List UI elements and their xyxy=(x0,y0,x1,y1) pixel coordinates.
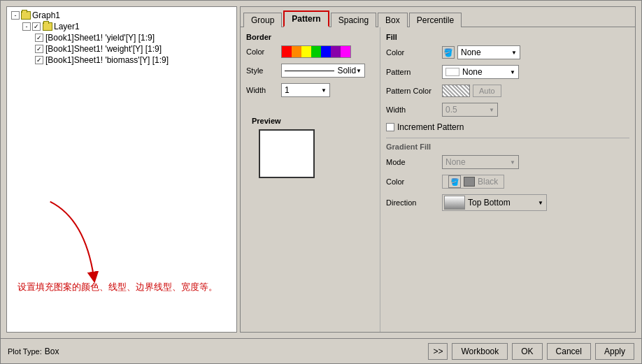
fill-color-select[interactable]: None ▼ xyxy=(457,45,520,59)
tabs-row: Group Pattern Spacing Box Percentile xyxy=(241,7,635,27)
tab-percentile[interactable]: Percentile xyxy=(409,13,462,27)
gradient-paint-icon: 🪣 xyxy=(448,175,461,188)
fill-color-label: Color xyxy=(386,48,442,57)
fill-color-control: 🪣 None ▼ xyxy=(442,45,520,59)
fill-pattern-arrow: ▼ xyxy=(510,69,515,75)
right-panel: Group Pattern Spacing Box Percentile xyxy=(240,6,636,333)
tab-content-pattern: Border Color xyxy=(241,27,635,332)
fill-color-arrow: ▼ xyxy=(511,50,517,56)
fill-width-arrow: ▼ xyxy=(489,107,494,113)
content-area: - Graph1 - Layer1 [Book1]Sheet1! 'yield'… xyxy=(1,1,641,338)
weight-label: [Book1]Sheet1! 'weight'[Y] [1:9] xyxy=(45,44,162,54)
yield-label: [Book1]Sheet1! 'yield'[Y] [1:9] xyxy=(45,33,155,43)
fill-pattern-select[interactable]: None ▼ xyxy=(442,65,519,79)
fill-pattern-control: None ▼ xyxy=(442,65,519,79)
tree-item-weight[interactable]: [Book1]Sheet1! 'weight'[Y] [1:9] xyxy=(35,43,234,54)
annotation-container: 设置填充图案的颜色、线型、边界线型、宽度等。 xyxy=(17,281,217,293)
gradient-direction-label: Direction xyxy=(386,198,442,207)
border-width-value: 1 xyxy=(285,85,290,95)
fill-width-label: Width xyxy=(386,105,442,114)
apply-button[interactable]: Apply xyxy=(595,343,634,360)
border-title: Border xyxy=(246,33,374,41)
gradient-direction-preview xyxy=(444,196,465,210)
border-style-value: Solid xyxy=(337,66,356,75)
plot-type-label: Plot Type: xyxy=(8,347,42,356)
gradient-color-label: Color xyxy=(386,177,442,186)
fill-width-row: Width 0.5 ▼ xyxy=(386,103,629,117)
layer1-checkbox[interactable] xyxy=(32,22,41,31)
gradient-color-row: Color 🪣 Black xyxy=(386,175,629,189)
tree-item-yield[interactable]: [Book1]Sheet1! 'yield'[Y] [1:9] xyxy=(35,32,234,43)
tree-root[interactable]: - Graph1 xyxy=(11,10,234,21)
border-width-label: Width xyxy=(246,86,281,94)
graph1-label: Graph1 xyxy=(32,10,60,20)
gradient-color-swatch xyxy=(464,177,475,187)
pattern-color-swatch xyxy=(442,85,470,97)
fill-color-value: None xyxy=(461,48,481,57)
biomass-label: [Book1]Sheet1! 'biomass'[Y] [1:9] xyxy=(45,55,169,65)
border-section: Border Color xyxy=(241,27,380,332)
graph1-folder-icon xyxy=(21,11,31,20)
border-width-row: Width 1 ▼ xyxy=(246,83,374,97)
bottom-bar: Plot Type: Box >> Workbook OK Cancel App… xyxy=(1,338,641,363)
gradient-direction-arrow: ▼ xyxy=(538,200,543,206)
gradient-mode-value: None xyxy=(445,157,466,167)
preview-section: Preview xyxy=(246,111,374,184)
workbook-button[interactable]: Workbook xyxy=(452,343,508,360)
gradient-direction-select[interactable]: Top Bottom ▼ xyxy=(442,194,547,211)
fill-width-select[interactable]: 0.5 ▼ xyxy=(442,103,498,117)
annotation-arrow xyxy=(38,197,108,288)
fill-color-row: Color 🪣 None ▼ xyxy=(386,45,629,59)
expand-layer1-icon[interactable]: - xyxy=(22,22,31,31)
border-color-row: Color xyxy=(246,45,374,58)
fill-section: Fill Color 🪣 None ▼ xyxy=(380,27,635,332)
yield-checkbox[interactable] xyxy=(35,34,43,42)
gradient-direction-value: Top Bottom xyxy=(468,198,511,208)
fill-pattern-label: Pattern xyxy=(386,68,442,76)
border-style-label: Style xyxy=(246,66,281,75)
plot-type-value: Box xyxy=(45,347,59,356)
gradient-color-btn[interactable]: 🪣 Black xyxy=(442,175,504,189)
biomass-checkbox[interactable] xyxy=(35,56,43,64)
fill-pattern-color-row: Pattern Color Auto xyxy=(386,85,629,97)
expand-graph1-icon[interactable]: - xyxy=(11,11,20,20)
tab-group[interactable]: Group xyxy=(243,13,282,27)
border-color-bar[interactable] xyxy=(281,45,351,58)
border-style-row: Style Solid ▼ xyxy=(246,64,374,78)
main-window: - Graph1 - Layer1 [Book1]Sheet1! 'yield'… xyxy=(0,0,642,364)
forward-button[interactable]: >> xyxy=(428,343,448,360)
gradient-mode-label: Mode xyxy=(386,158,442,166)
tab-spacing[interactable]: Spacing xyxy=(331,13,376,27)
fill-title: Fill xyxy=(386,33,629,41)
gradient-color-value: Black xyxy=(478,177,498,187)
increment-pattern-label: Increment Pattern xyxy=(397,122,464,132)
border-style-arrow: ▼ xyxy=(356,68,362,74)
border-width-select[interactable]: 1 ▼ xyxy=(281,83,330,97)
pattern-color-auto-btn[interactable]: Auto xyxy=(473,85,501,97)
ok-button[interactable]: OK xyxy=(512,343,542,360)
tree-layer1[interactable]: - Layer1 xyxy=(22,21,234,32)
increment-pattern-checkbox[interactable] xyxy=(386,123,394,131)
gradient-color-control: 🪣 Black xyxy=(442,175,504,189)
gradient-mode-select[interactable]: None ▼ xyxy=(442,155,519,169)
bottom-buttons: >> Workbook OK Cancel Apply xyxy=(428,343,634,360)
fill-pattern-color-label: Pattern Color xyxy=(386,87,442,95)
tab-box[interactable]: Box xyxy=(378,13,408,27)
increment-pattern-row: Increment Pattern xyxy=(386,122,629,132)
fill-pattern-color-control: Auto xyxy=(442,85,501,97)
layer1-folder-icon xyxy=(43,22,52,31)
preview-box xyxy=(259,129,315,178)
tab-pattern[interactable]: Pattern xyxy=(283,10,329,27)
cancel-button[interactable]: Cancel xyxy=(547,343,591,360)
layer1-label: Layer1 xyxy=(54,22,80,31)
fill-paint-icon[interactable]: 🪣 xyxy=(442,46,455,59)
border-width-arrow: ▼ xyxy=(321,87,327,94)
gradient-title: Gradient Fill xyxy=(386,138,629,151)
border-color-label: Color xyxy=(246,48,281,56)
fill-pattern-row: Pattern None ▼ xyxy=(386,65,629,79)
border-style-select[interactable]: Solid ▼ xyxy=(281,64,365,78)
annotation-text: 设置填充图案的颜色、线型、边界线型、宽度等。 xyxy=(17,282,217,292)
left-panel: - Graph1 - Layer1 [Book1]Sheet1! 'yield'… xyxy=(6,6,237,333)
tree-item-biomass[interactable]: [Book1]Sheet1! 'biomass'[Y] [1:9] xyxy=(35,54,234,66)
weight-checkbox[interactable] xyxy=(35,45,43,53)
